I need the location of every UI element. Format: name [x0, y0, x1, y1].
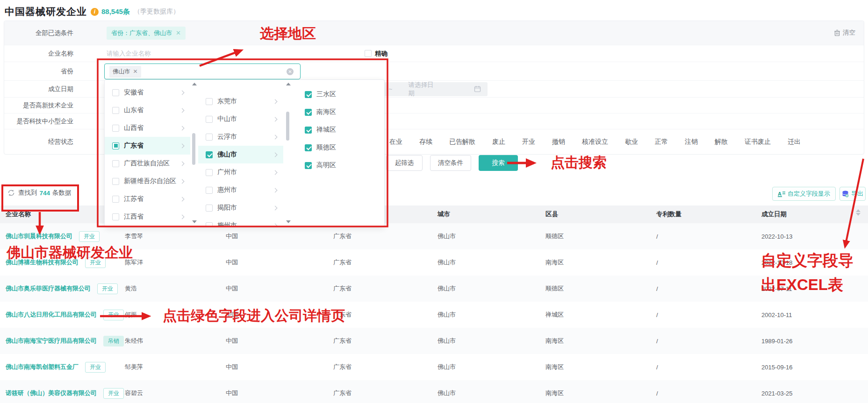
annotation-select-region: 选择地区 [260, 24, 316, 43]
clear-conditions-button[interactable]: 清空条件 [430, 155, 471, 171]
status-option[interactable]: 在业 [389, 138, 402, 146]
province-option[interactable]: 山东省 [105, 101, 190, 119]
province-option[interactable]: 新疆维吾尔自治区 [105, 172, 190, 190]
checkbox-icon[interactable] [112, 125, 119, 132]
checkbox-indeterminate-icon[interactable] [112, 142, 119, 149]
company-name-input[interactable] [107, 50, 303, 57]
annotation-green-field-note: 点击绿色字段进入公司详情页 [163, 306, 345, 325]
header-founded[interactable]: 成立日期 [761, 210, 868, 219]
district-option-selected[interactable]: 三水区 [297, 85, 372, 103]
province-option[interactable]: 江苏省 [105, 190, 190, 208]
district-option-selected[interactable]: 南海区 [297, 103, 372, 121]
scrollbar-thumb[interactable] [192, 133, 195, 165]
checkbox-icon[interactable] [206, 134, 213, 141]
chevron-down-icon[interactable] [286, 220, 291, 223]
province-option[interactable]: 江西省 [105, 208, 190, 226]
checkbox-icon[interactable] [206, 205, 213, 212]
checkbox-icon[interactable] [206, 187, 213, 194]
selected-conditions-label: 全部已选条件 [4, 29, 74, 37]
province-option-selected[interactable]: 广东省 [105, 137, 190, 155]
checkbox-icon[interactable] [206, 116, 213, 123]
city-option[interactable]: 云浮市 [198, 128, 283, 146]
checkbox-icon[interactable] [112, 196, 119, 203]
status-option[interactable]: 歇业 [625, 138, 638, 146]
status-option[interactable]: 已告解散 [449, 138, 475, 146]
region-select-input[interactable]: 佛山市 ✕ ✕ [104, 64, 301, 79]
checkbox-icon[interactable] [112, 107, 119, 114]
checkbox-icon[interactable] [206, 169, 213, 176]
chevron-up-icon[interactable] [192, 83, 197, 85]
checkbox-icon[interactable] [112, 213, 119, 220]
checkbox-checked-icon[interactable] [305, 127, 312, 134]
header-city[interactable]: 城市 [438, 210, 545, 219]
province-option[interactable]: 山西省 [105, 119, 190, 137]
company-link[interactable]: 佛山市圳晨科技有限公司 [6, 232, 72, 240]
status-option[interactable]: 证书废止 [745, 138, 771, 146]
city-option[interactable]: 惠州市 [198, 181, 283, 199]
sort-icon[interactable] [856, 209, 861, 216]
status-option[interactable]: 开业 [522, 138, 535, 146]
checkbox-checked-icon[interactable] [206, 151, 213, 158]
scrollbar[interactable] [191, 82, 197, 224]
annotation-export-note: 自定义字段导 出EXCEL表 [761, 248, 854, 297]
clear-select-icon[interactable]: ✕ [287, 68, 294, 75]
checkbox-checked-icon[interactable] [305, 91, 312, 98]
city-option[interactable]: 揭阳市 [198, 199, 283, 217]
checkbox-icon[interactable] [206, 222, 213, 227]
status-option[interactable]: 废止 [492, 138, 505, 146]
status-option[interactable]: 注销 [685, 138, 698, 146]
cell-person: 陈军洋 [125, 258, 226, 267]
export-button[interactable]: 导出 [839, 187, 866, 201]
refresh-icon[interactable] [7, 189, 15, 197]
company-link[interactable]: 佛山市八达日用化工用品有限公司 [6, 311, 97, 319]
city-option[interactable]: 梅州市 [198, 217, 283, 226]
search-button[interactable]: 搜索 [479, 155, 518, 171]
chevron-right-icon [273, 223, 278, 226]
header-patents[interactable]: 专利数量 [656, 210, 761, 219]
district-option-selected[interactable]: 禅城区 [297, 121, 372, 139]
clear-all-button[interactable]: 清空 [834, 28, 855, 37]
status-option[interactable]: 解散 [715, 138, 728, 146]
district-option-selected[interactable]: 顺德区 [297, 139, 372, 156]
exact-match-checkbox[interactable]: 精确 [365, 49, 387, 58]
scrollbar-thumb[interactable] [286, 112, 289, 141]
status-option[interactable]: 存续 [419, 138, 432, 146]
sme-label: 是否科技中小型企业 [4, 117, 74, 126]
city-option[interactable]: 广州市 [198, 163, 283, 181]
checkbox-icon[interactable] [112, 178, 119, 185]
company-link[interactable]: 诺筱研（佛山）美容仪器有限公司 [6, 389, 97, 397]
checkbox-checked-icon[interactable] [305, 162, 312, 169]
chevron-down-icon[interactable] [192, 220, 197, 223]
checkbox-icon[interactable] [112, 89, 119, 96]
checkbox-checked-icon[interactable] [305, 144, 312, 151]
selected-condition-tag[interactable]: 省份：广东省、佛山市 ✕ [107, 27, 186, 40]
cell-country: 中国 [226, 389, 333, 397]
remove-condition-icon[interactable]: ✕ [176, 29, 181, 36]
checkbox-icon[interactable] [112, 160, 119, 167]
status-option[interactable]: 迁出 [788, 138, 801, 146]
city-option-selected[interactable]: 佛山市 [198, 146, 283, 163]
cell-country: 中国 [226, 284, 333, 293]
chevron-up-icon[interactable] [286, 83, 291, 85]
custom-fields-button[interactable]: A 自定义字段显示 [772, 187, 836, 201]
city-option[interactable]: 中山市 [198, 110, 283, 128]
checkbox-checked-icon[interactable] [305, 109, 312, 116]
collapse-filter-button[interactable]: 起筛选 [386, 155, 423, 171]
status-option[interactable]: 正常 [655, 138, 668, 146]
scrollbar[interactable] [285, 82, 291, 224]
city-option[interactable]: 东莞市 [198, 92, 283, 110]
district-option-selected[interactable]: 高明区 [297, 156, 372, 174]
province-option[interactable]: 安徽省 [105, 84, 190, 101]
checkbox-icon[interactable] [206, 98, 213, 105]
region-tag[interactable]: 佛山市 ✕ [109, 66, 141, 78]
province-option[interactable]: 广西壮族自治区 [105, 155, 190, 172]
info-icon[interactable]: i [91, 8, 99, 16]
company-link[interactable]: 佛山市南海凯创塑料五金厂 [6, 363, 79, 371]
hightech-label: 是否高新技术企业 [4, 101, 74, 110]
remove-region-icon[interactable]: ✕ [133, 68, 138, 75]
status-option[interactable]: 撤销 [552, 138, 565, 146]
company-link[interactable]: 佛山市南海宝宁医疗用品有限公司 [6, 337, 97, 345]
status-option[interactable]: 核准设立 [582, 138, 608, 146]
company-link[interactable]: 佛山市奥乐菲医疗器械有限公司 [6, 284, 91, 293]
header-district[interactable]: 区县 [545, 210, 656, 219]
